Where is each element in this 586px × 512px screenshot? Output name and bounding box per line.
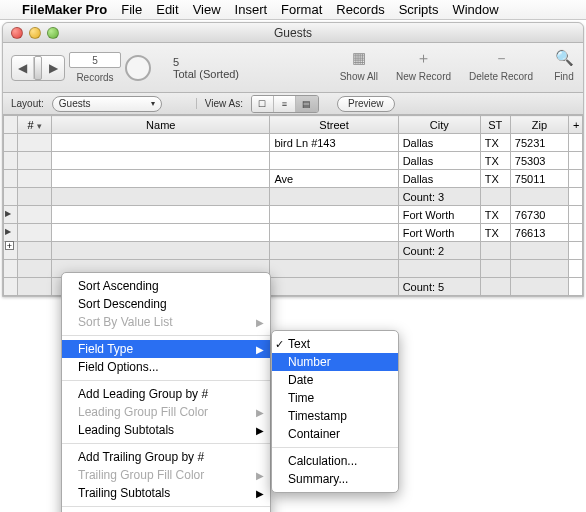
record-count: 5 <box>173 56 239 68</box>
show-all-icon: ▦ <box>346 47 372 69</box>
table-area: # ▾ Name Street City ST Zip + bird Ln #1… <box>3 115 583 296</box>
delete-record-button[interactable]: － Delete Record <box>469 47 533 82</box>
chevron-right-icon: ▶ <box>256 425 264 436</box>
preview-label: Preview <box>348 98 384 109</box>
mi-leading-subtotals[interactable]: Leading Subtotals▶ <box>62 421 270 439</box>
find-icon: 🔍 <box>551 47 577 69</box>
col-add[interactable]: + <box>568 116 582 134</box>
mi-type-text[interactable]: ✓Text <box>272 335 398 353</box>
next-record-icon[interactable]: ▶ <box>42 57 64 79</box>
col-street[interactable]: Street <box>270 116 398 134</box>
show-all-label: Show All <box>340 71 378 82</box>
find-label: Find <box>554 71 573 82</box>
table-row[interactable]: Fort WorthTX76730 <box>4 206 583 224</box>
mi-type-time[interactable]: Time <box>272 389 398 407</box>
prev-record-icon[interactable]: ◀ <box>12 57 34 79</box>
mi-trailing-subtotals[interactable]: Trailing Subtotals▶ <box>62 484 270 502</box>
viewas-label: View As: <box>196 98 243 109</box>
record-sort-status: Total (Sorted) <box>173 68 239 80</box>
zoom-icon[interactable] <box>47 27 59 39</box>
summary-row: Count: 3 <box>4 188 583 206</box>
add-row-icon[interactable]: + <box>5 241 14 250</box>
separator <box>62 506 270 507</box>
viewas-segment[interactable]: ☐ ≡ ▤ <box>251 95 319 113</box>
menu-view[interactable]: View <box>193 2 221 17</box>
window-title: Guests <box>274 26 312 40</box>
table-header-row: # ▾ Name Street City ST Zip + <box>4 116 583 134</box>
show-all-button[interactable]: ▦ Show All <box>340 47 378 82</box>
data-table: # ▾ Name Street City ST Zip + bird Ln #1… <box>3 115 583 296</box>
preview-button[interactable]: Preview <box>337 96 395 112</box>
pie-icon[interactable] <box>125 55 151 81</box>
separator <box>62 380 270 381</box>
col-city[interactable]: City <box>398 116 480 134</box>
mi-type-container[interactable]: Container <box>272 425 398 443</box>
new-record-label: New Record <box>396 71 451 82</box>
mi-sort-valuelist[interactable]: Sort By Value List▶ <box>62 313 270 331</box>
mi-leading-fill[interactable]: Leading Group Fill Color▶ <box>62 403 270 421</box>
col-zip[interactable]: Zip <box>510 116 568 134</box>
minimize-icon[interactable] <box>29 27 41 39</box>
menu-records[interactable]: Records <box>336 2 384 17</box>
check-icon: ✓ <box>275 338 284 351</box>
menu-edit[interactable]: Edit <box>156 2 178 17</box>
row-marker-icon: ▶ <box>5 227 11 236</box>
view-table-icon[interactable]: ▤ <box>296 96 318 112</box>
record-number-field[interactable]: 5 <box>69 52 121 68</box>
menu-format[interactable]: Format <box>281 2 322 17</box>
new-record-button[interactable]: ＋ New Record <box>396 47 451 82</box>
chevron-right-icon: ▶ <box>256 488 264 499</box>
mi-type-number[interactable]: Number <box>272 353 398 371</box>
mi-type-summary[interactable]: Summary... <box>272 470 398 488</box>
mi-sort-desc[interactable]: Sort Descending <box>62 295 270 313</box>
titlebar: Guests <box>3 23 583 43</box>
separator <box>62 443 270 444</box>
menu-window[interactable]: Window <box>452 2 498 17</box>
find-button[interactable]: 🔍 Find <box>551 47 577 82</box>
layout-label: Layout: <box>11 98 44 109</box>
col-num[interactable]: # ▾ <box>18 116 52 134</box>
layout-value: Guests <box>59 98 91 109</box>
record-nav[interactable]: ◀ ▶ <box>11 55 65 81</box>
menu-scripts[interactable]: Scripts <box>399 2 439 17</box>
app-name[interactable]: FileMaker Pro <box>22 2 107 17</box>
mi-type-timestamp[interactable]: Timestamp <box>272 407 398 425</box>
row-marker-icon: ▶ <box>5 209 11 218</box>
record-slider[interactable] <box>34 56 42 80</box>
view-form-icon[interactable]: ☐ <box>252 96 274 112</box>
separator <box>272 447 398 448</box>
mi-type-calculation[interactable]: Calculation... <box>272 452 398 470</box>
mi-add-trailing[interactable]: Add Trailing Group by # <box>62 448 270 466</box>
table-row[interactable]: Fort WorthTX76613 <box>4 224 583 242</box>
view-list-icon[interactable]: ≡ <box>274 96 296 112</box>
mi-type-date[interactable]: Date <box>272 371 398 389</box>
close-icon[interactable] <box>11 27 23 39</box>
table-row[interactable]: bird Ln #143DallasTX75231 <box>4 134 583 152</box>
chevron-right-icon: ▶ <box>256 407 264 418</box>
toolbar: ◀ ▶ 5 Records 5 Total (Sorted) ▦ Show Al… <box>3 43 583 93</box>
chevron-right-icon: ▶ <box>256 470 264 481</box>
table-row[interactable]: DallasTX75303 <box>4 152 583 170</box>
col-name[interactable]: Name <box>52 116 270 134</box>
delete-record-label: Delete Record <box>469 71 533 82</box>
layout-bar: Layout: Guests ▾ View As: ☐ ≡ ▤ Preview <box>3 93 583 115</box>
mi-trailing-fill[interactable]: Trailing Group Fill Color▶ <box>62 466 270 484</box>
mi-add-leading[interactable]: Add Leading Group by # <box>62 385 270 403</box>
menu-insert[interactable]: Insert <box>235 2 268 17</box>
separator <box>62 335 270 336</box>
mi-field-type[interactable]: Field Type▶ <box>62 340 270 358</box>
layout-select[interactable]: Guests ▾ <box>52 96 162 112</box>
mi-field-options[interactable]: Field Options... <box>62 358 270 376</box>
app-window: Guests ◀ ▶ 5 Records 5 Total (Sorted) <box>2 22 584 297</box>
table-row[interactable]: AveDallasTX75011 <box>4 170 583 188</box>
chevron-right-icon: ▶ <box>256 344 264 355</box>
col-st[interactable]: ST <box>480 116 510 134</box>
context-menu: Sort Ascending Sort Descending Sort By V… <box>61 272 271 512</box>
summary-row: Count: 2 <box>4 242 583 260</box>
chevron-down-icon: ▾ <box>151 99 155 108</box>
menu-file[interactable]: File <box>121 2 142 17</box>
chevron-right-icon: ▶ <box>256 317 264 328</box>
field-type-submenu: ✓Text Number Date Time Timestamp Contain… <box>271 330 399 493</box>
mi-sort-asc[interactable]: Sort Ascending <box>62 277 270 295</box>
record-status: 5 Total (Sorted) <box>173 56 239 80</box>
